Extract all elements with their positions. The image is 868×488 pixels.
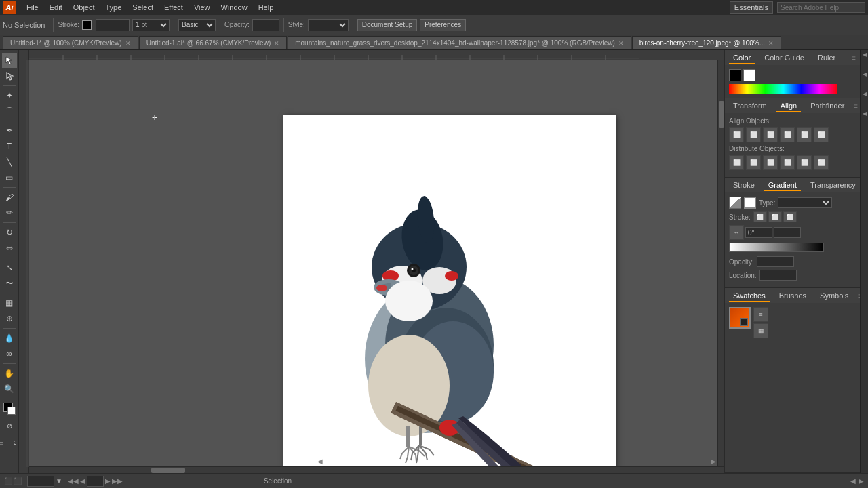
stroke-weight-select[interactable]: 1 pt (132, 19, 170, 31)
dist-left-btn[interactable]: ⬜ (729, 155, 744, 170)
align-panel-header[interactable]: Transform Align Pathfinder ≡ (725, 98, 860, 113)
swatch-grid-view[interactable]: ▦ (753, 323, 768, 338)
brushes-tab[interactable]: Brushes (775, 290, 810, 301)
align-panel-collapse-icon[interactable]: ≡ (854, 102, 858, 110)
canvas-area[interactable]: ✛ ◀ ▶ (19, 50, 724, 473)
canvas-right-arrow[interactable]: ▶ (859, 477, 864, 485)
tab-untitled1ai[interactable]: Untitled-1.ai* @ 66.67% (CMYK/Preview) ✕ (139, 36, 288, 49)
swatches-panel-header[interactable]: Swatches Brushes Symbols ≡ (725, 288, 860, 303)
hand-tool[interactable]: ✋ (2, 366, 17, 381)
gradient-location-input[interactable] (760, 270, 797, 281)
menu-effect[interactable]: Effect (159, 2, 188, 13)
tab-close-3[interactable]: ✕ (768, 40, 774, 47)
page-prev-btn[interactable]: ◀ (80, 477, 85, 485)
far-right-arrow-2[interactable]: ◀ (863, 71, 867, 77)
symbols-tab[interactable]: Symbols (816, 290, 852, 301)
dist-bottom-btn[interactable]: ⬜ (814, 155, 829, 170)
scroll-thumb-horizontal[interactable] (151, 468, 185, 473)
document-setup-button[interactable]: Document Setup (357, 19, 418, 31)
eyedropper-tool[interactable]: 💧 (2, 331, 17, 346)
far-right-arrow-3[interactable]: ◀ (863, 91, 867, 97)
tab-close-0[interactable]: ✕ (125, 40, 131, 47)
main-swatch-preview[interactable] (729, 307, 751, 329)
pathfinder-tab[interactable]: Pathfinder (806, 100, 848, 111)
zoom-dropdown-arrow[interactable]: ▼ (56, 477, 62, 485)
fullscreen-mode-btn[interactable]: ⛶ (9, 435, 19, 450)
tab-close-1[interactable]: ✕ (274, 40, 279, 47)
pen-tool[interactable]: ✒ (2, 123, 17, 138)
dist-right-btn[interactable]: ⬜ (763, 155, 778, 170)
symbol-tool[interactable]: ⊕ (2, 311, 17, 326)
page-first-btn[interactable]: ◀◀ (68, 477, 79, 485)
scroll-thumb-vertical[interactable] (719, 101, 724, 128)
stroke-color-swatch[interactable] (82, 20, 92, 30)
stroke-value-input[interactable] (96, 19, 130, 31)
canvas-left-arrow[interactable]: ◀ (850, 477, 856, 485)
color-panel-header[interactable]: Color Color Guide Ruler ≡ (725, 50, 860, 65)
stroke-tab[interactable]: Stroke (729, 180, 759, 190)
workspace-button[interactable]: Essentials (730, 1, 773, 14)
direct-selection-tool[interactable] (2, 68, 17, 83)
none-color-btn[interactable]: ⊘ (2, 418, 17, 433)
swatches-tab[interactable]: Swatches (729, 290, 770, 302)
gradient-opacity-input[interactable] (757, 256, 794, 267)
menu-file[interactable]: File (22, 2, 43, 13)
menu-window[interactable]: Window (216, 2, 252, 13)
far-right-arrow-1[interactable]: ◀ (863, 52, 867, 58)
opacity-input[interactable]: 100% (252, 19, 279, 31)
panel-collapse-icon[interactable]: ≡ (852, 54, 856, 62)
scale-tool[interactable]: ⤡ (2, 260, 17, 275)
scrollbar-bottom[interactable] (29, 466, 724, 473)
tab-untitled1[interactable]: Untitled-1* @ 100% (CMYK/Preview) ✕ (3, 36, 138, 49)
align-top-btn[interactable]: ⬜ (780, 127, 795, 142)
align-tab[interactable]: Align (776, 100, 801, 112)
gradient-tab[interactable]: Gradient (764, 180, 801, 191)
rotate-tool[interactable]: ↻ (2, 225, 17, 240)
align-right-btn[interactable]: ⬜ (763, 127, 778, 142)
color-swatches[interactable] (2, 401, 17, 416)
paintbrush-tool[interactable]: 🖌 (2, 190, 17, 205)
menu-object[interactable]: Object (68, 2, 100, 13)
page-last-btn[interactable]: ▶▶ (112, 477, 123, 485)
tab-birds[interactable]: birds-on-cherry-tree_120.jpeg* @ 100%...… (632, 36, 781, 49)
menu-select[interactable]: Select (127, 2, 158, 13)
stroke-icon-2[interactable]: ⬜ (768, 211, 782, 222)
gradient-angle-input[interactable] (745, 227, 772, 238)
canvas-arrow-left[interactable]: ◀ (317, 458, 323, 465)
blend-tool[interactable]: ∞ (2, 346, 17, 361)
transparency-tab[interactable]: Transparency (806, 180, 860, 190)
gradient-swatch-fg[interactable] (729, 197, 741, 209)
tab-mountains[interactable]: mountains_nature_grass_rivers_desktop_21… (288, 36, 631, 49)
swatch-list-view[interactable]: ≡ (753, 307, 768, 322)
menu-edit[interactable]: Edit (45, 2, 67, 13)
color-guide-tab[interactable]: Color Guide (760, 52, 808, 63)
background-color[interactable] (7, 407, 16, 415)
normal-mode-btn[interactable]: ▭ (0, 435, 9, 450)
line-tool[interactable]: ╲ (2, 155, 17, 169)
black-swatch[interactable] (729, 69, 741, 81)
align-left-btn[interactable]: ⬜ (729, 127, 744, 142)
gradient-swatch-stroke[interactable] (744, 197, 756, 209)
rect-tool[interactable]: ▭ (2, 170, 17, 185)
page-input[interactable]: 1 (87, 476, 104, 487)
color-tab[interactable]: Color (729, 52, 755, 64)
gradient-bar[interactable] (729, 243, 824, 252)
dist-center-v-btn[interactable]: ⬜ (797, 155, 812, 170)
lasso-tool[interactable]: ⌒ (2, 104, 17, 119)
gradient-reverse-btn[interactable]: ↔ (729, 225, 744, 240)
stroke-icon-3[interactable]: ⬜ (783, 211, 797, 222)
tab-close-2[interactable]: ✕ (618, 40, 624, 47)
ruler-tab[interactable]: Ruler (814, 52, 840, 63)
dist-top-btn[interactable]: ⬜ (780, 155, 795, 170)
selection-tool[interactable] (2, 53, 17, 68)
gradient-aspect-input[interactable] (774, 227, 801, 238)
dist-center-h-btn[interactable]: ⬜ (746, 155, 761, 170)
preferences-button[interactable]: Preferences (420, 19, 466, 31)
search-input[interactable] (777, 2, 865, 13)
color-spectrum[interactable] (729, 84, 837, 94)
align-bottom-btn[interactable]: ⬜ (814, 127, 829, 142)
pencil-tool[interactable]: ✏ (2, 205, 17, 220)
zoom-tool[interactable]: 🔍 (2, 382, 17, 396)
type-tool[interactable]: T (2, 139, 17, 154)
style-select[interactable]: Basic (178, 19, 216, 31)
